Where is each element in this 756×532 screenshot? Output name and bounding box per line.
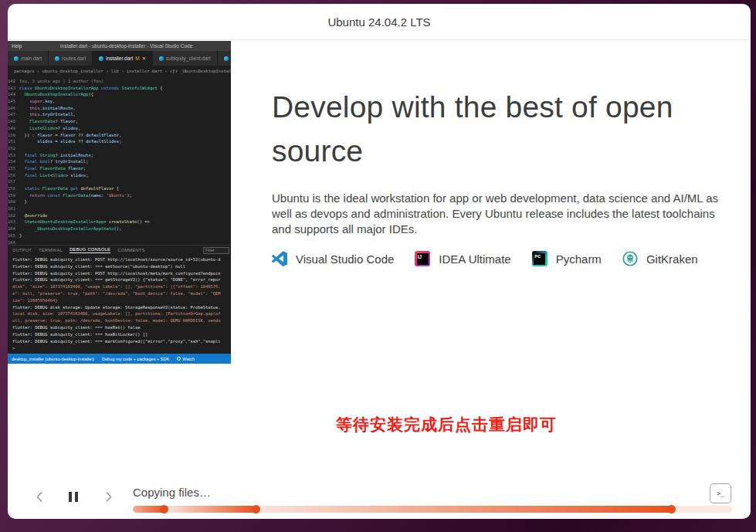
code-line: 146 this.initialRoute, bbox=[8, 105, 231, 112]
install-note-text: 等待安装完成后点击重启即可 bbox=[336, 414, 557, 435]
vscode-screenshot: Help installer.dart - ubuntu-desktop-ins… bbox=[8, 41, 231, 364]
code-line: 151 slides = slides ?? defaultSlides; bbox=[8, 138, 231, 145]
vscode-tab bbox=[218, 51, 231, 66]
progress-dot bbox=[667, 505, 676, 513]
console-line: flutter: DEBUG subiquity_client: === get… bbox=[12, 276, 231, 283]
console-line: ize": 12885950464} bbox=[12, 297, 231, 304]
close-icon: ✕ bbox=[142, 56, 146, 62]
watch-icon bbox=[177, 357, 181, 361]
pause-icon bbox=[69, 492, 78, 502]
vscode-status-project: desktop_installer (ubuntu-desktop-instal… bbox=[12, 357, 94, 361]
code-line: 154 final bool? tryOrInstall; bbox=[8, 158, 231, 165]
vscode-panel-tab: TERMINAL bbox=[39, 248, 63, 252]
code-line: 149 List<Slide>? slides, bbox=[8, 125, 231, 132]
console-line: flutter: DEBUG subiquity_client: === mar… bbox=[12, 338, 231, 345]
vscode-status-watch: Watch bbox=[177, 357, 195, 361]
dart-file-icon bbox=[55, 56, 59, 61]
code-line: 150 }) : flavor = flavor ?? defaultFlavo… bbox=[8, 132, 231, 139]
vscode-tab: main.dart bbox=[8, 51, 49, 66]
dart-file-icon bbox=[14, 56, 19, 61]
logo-label: Visual Studio Code bbox=[296, 252, 394, 266]
vscode-debug-console: flutter: DEBUG subiquity_client: POST ht… bbox=[8, 255, 231, 354]
logo-label: IDEA Ultimate bbox=[439, 252, 510, 266]
console-line: flutter: DEBUG subiquity_client: === has… bbox=[12, 324, 231, 331]
logo-item-idea: IDEA Ultimate bbox=[415, 251, 510, 266]
vscode-code-editor: 142You, 3 weeks ago | 1 author (You)143c… bbox=[8, 76, 231, 245]
terminal-icon: >_ bbox=[717, 490, 724, 497]
open-terminal-button[interactable]: >_ bbox=[710, 483, 731, 503]
code-line: 156 final List<Slide> slides; bbox=[8, 172, 231, 179]
window-header: Ubuntu 24.04.2 LTS bbox=[8, 4, 751, 40]
progress-dot bbox=[252, 505, 260, 513]
vscode-titlebar: Help installer.dart - ubuntu-desktop-ins… bbox=[8, 41, 231, 51]
vscode-panel-tabs: OUTPUTTERMINALDEBUG CONSOLECOMMENTSFilte… bbox=[8, 245, 231, 255]
slide-heading: Develop with the best of open source bbox=[272, 85, 744, 173]
install-status-label: Copying files… bbox=[133, 486, 211, 499]
code-line: 143class UbuntuDesktopInstallerApp exten… bbox=[8, 85, 231, 92]
code-line: 160 } bbox=[8, 198, 231, 205]
code-line: 147 this.tryOrInstall, bbox=[8, 111, 231, 118]
chevron-left-icon bbox=[34, 491, 46, 503]
vscode-panel-tab: DEBUG CONSOLE bbox=[69, 247, 110, 253]
code-line: 155 final FlavorData flavor; bbox=[8, 165, 231, 172]
logo-item-gitkraken: GitKraken bbox=[622, 251, 698, 266]
console-lines: flutter: DEBUG subiquity_client: POST ht… bbox=[12, 256, 231, 344]
vscode-filter-input: Filter bbox=[203, 247, 229, 254]
dart-file-icon bbox=[159, 56, 164, 61]
code-line: 163 State<UbuntuDesktopInstallerApp> cre… bbox=[8, 219, 231, 225]
gitkraken-logo-icon bbox=[622, 251, 638, 266]
console-prompt: > bbox=[12, 344, 231, 351]
logo-item-pycharm: Pycharm bbox=[532, 251, 602, 266]
vscode-tab: installer.dartM✕ bbox=[93, 51, 153, 66]
slide-next-button[interactable] bbox=[99, 487, 117, 506]
logo-item-vscode: Visual Studio Code bbox=[272, 251, 394, 266]
dart-file-icon bbox=[99, 56, 103, 61]
vscode-help-menu: Help bbox=[8, 43, 22, 49]
console-line: flutter: DEBUG subiquity_client: === set… bbox=[12, 263, 231, 270]
code-line: 158 static FlavorData get defaultFlavor … bbox=[8, 185, 231, 192]
vscode-status-debug-config: Debug my code + packages + SDK bbox=[102, 357, 169, 361]
slide-body-text: Ubuntu is the ideal workstation for app … bbox=[272, 191, 734, 237]
slideshow-pause-button[interactable] bbox=[64, 487, 83, 506]
progress-segment bbox=[168, 506, 256, 513]
vscode-breadcrumb: packages › ubuntu_desktop_installer › li… bbox=[8, 66, 231, 76]
code-line: 166 bbox=[8, 239, 231, 246]
ide-logos-row: Visual Studio Code IDEA Ultimate Pycharm… bbox=[272, 251, 698, 266]
logo-label: GitKraken bbox=[646, 252, 698, 266]
code-line: 161 bbox=[8, 205, 231, 212]
code-line: 164 _UbuntuDesktopInstallerAppState(); bbox=[8, 225, 231, 232]
code-line: 165} bbox=[8, 232, 231, 239]
vscode-logo-icon bbox=[272, 251, 287, 266]
vscode-status-bar: desktop_installer (ubuntu-desktop-instal… bbox=[8, 354, 231, 364]
installer-window: Ubuntu 24.04.2 LTS Help installer.dart -… bbox=[8, 4, 751, 519]
console-line: flutter: DEBUG subiquity_client: POST ht… bbox=[12, 256, 231, 263]
code-line: 153 final String? initialRoute; bbox=[8, 152, 231, 159]
code-line: 157 bbox=[8, 178, 231, 185]
code-line: 162 @override bbox=[8, 212, 231, 219]
console-line: e": null, "preserve": true, "path": "/de… bbox=[12, 290, 231, 297]
logo-label: Pycharm bbox=[556, 252, 602, 266]
progress-segment bbox=[260, 506, 672, 513]
vscode-tabs: main.dartroutes.dartinstaller.dartM✕subi… bbox=[8, 51, 231, 66]
progress-dot bbox=[160, 505, 168, 513]
vscode-panel-tab: OUTPUT bbox=[12, 248, 32, 252]
vscode-tab: routes.dart bbox=[49, 51, 93, 66]
code-line: 145 super.key, bbox=[8, 98, 231, 105]
console-line: disk", "size": 107374182400, "usage_labe… bbox=[12, 283, 231, 290]
code-line: 148 FlavorData? flavor, bbox=[8, 118, 231, 125]
console-line: flutter: DEBUG disk_storage: Update stor… bbox=[12, 304, 231, 311]
install-progress-bar bbox=[133, 506, 732, 513]
chevron-right-icon bbox=[103, 491, 114, 503]
vscode-window-title: installer.dart - ubuntu-desktop-installe… bbox=[22, 43, 231, 49]
slide-prev-button[interactable] bbox=[30, 487, 49, 506]
console-line: local disk, size: 107374182400, usageLab… bbox=[12, 310, 231, 317]
idea-logo-icon bbox=[415, 251, 430, 266]
vscode-panel-tab: COMMENTS bbox=[117, 248, 144, 252]
dart-file-icon bbox=[224, 56, 229, 61]
console-line: ull, preserve: true, path: /dev/sda, boo… bbox=[12, 317, 231, 324]
window-title: Ubuntu 24.04.2 LTS bbox=[327, 15, 430, 29]
console-line: flutter: DEBUG subiquity_client: POST ht… bbox=[12, 270, 231, 277]
code-line: 142You, 3 weeks ago | 1 author (You) bbox=[8, 78, 231, 85]
code-line: 152 bbox=[8, 145, 231, 152]
vscode-tab: subiquity_client.dart bbox=[153, 51, 217, 66]
